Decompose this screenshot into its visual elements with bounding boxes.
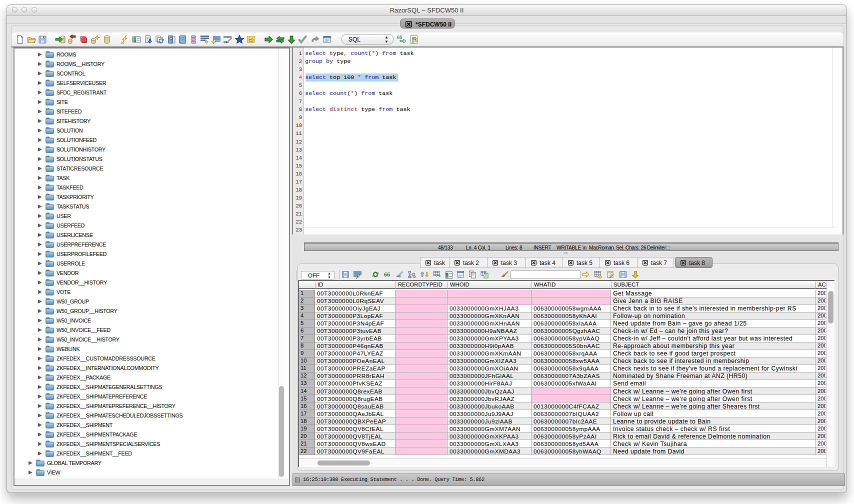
svg-text:66: 66 bbox=[384, 271, 390, 278]
svg-text:66: 66 bbox=[397, 34, 402, 40]
